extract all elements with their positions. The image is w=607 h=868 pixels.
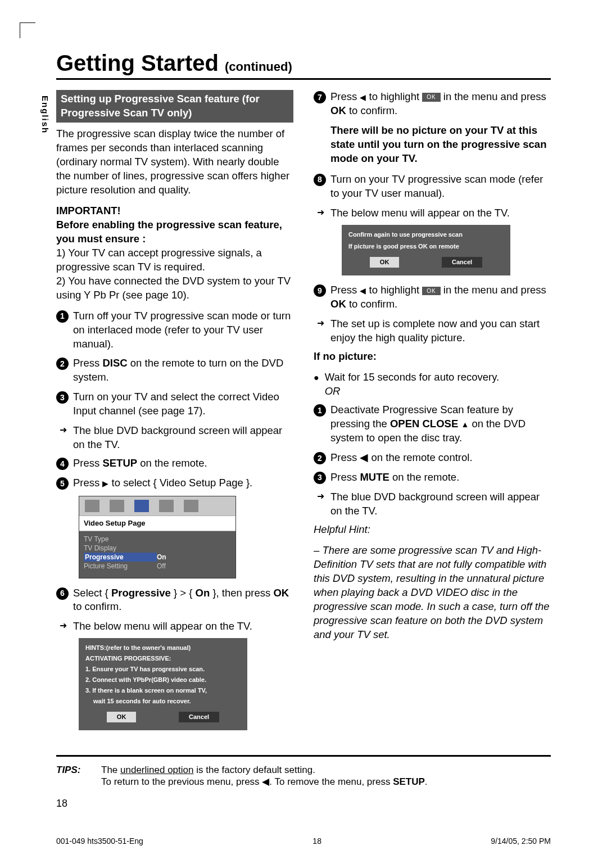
step-9-text: Press ◀ to highlight OK in the menu and … [330, 283, 551, 311]
step-num-3: 3 [56, 391, 69, 404]
step-4-text: Press SETUP on the remote. [73, 456, 293, 471]
page-title: Getting Started (continued) [56, 51, 551, 76]
step-7-text: Press ◀ to highlight OK in the menu and … [330, 90, 551, 118]
ifno-step-2: 2 Press ◀ on the remote control. [314, 451, 551, 465]
helpful-hint-body: – There are some progressive scan TV and… [314, 544, 551, 642]
if-no-picture-heading: If no picture: [314, 350, 551, 364]
activating-progressive-dialog: HINTS:(refer to the owner's manual) ACTI… [79, 638, 247, 730]
dlg1-ok: OK [107, 712, 137, 722]
ensure-1: 1) Your TV can accept progressive signal… [56, 247, 262, 273]
right-column: 7 Press ◀ to highlight OK in the menu an… [314, 90, 551, 738]
step-num-9: 9 [314, 284, 326, 297]
step-5: 5 Press ▶ to select { Video Setup Page }… [56, 476, 293, 490]
step-num-8: 8 [314, 174, 326, 186]
helpful-hint-head: Helpful Hint: [314, 523, 551, 537]
step-num-4: 4 [56, 458, 69, 470]
vs-tab-bar [79, 496, 235, 516]
ok-highlight-icon: OK [422, 93, 440, 102]
step-num-7: 7 [314, 91, 326, 103]
step-8: 8 Turn on your TV progressive scan mode … [314, 173, 551, 201]
vs-title: Video Setup Page [79, 516, 235, 531]
step-1: 1 Turn off your TV progressive scan mode… [56, 309, 293, 351]
section-heading: Setting up Progressive Scan feature (for… [56, 90, 293, 123]
video-icon [134, 500, 149, 512]
step-9-result: The set up is complete now and you can s… [314, 317, 551, 345]
tips-label: TIPS: [56, 765, 90, 788]
tips-body: The underlined option is the factory def… [101, 765, 428, 788]
confirm-progressive-dialog: Confirm again to use progressive scan If… [342, 225, 510, 276]
crop-mark [20, 22, 35, 38]
step-9: 9 Press ◀ to highlight OK in the menu an… [314, 283, 551, 311]
step-8-text: Turn on your TV progressive scan mode (r… [330, 173, 551, 201]
ensure-2: 2) You have connected the DVD system to … [56, 275, 291, 301]
no-picture-warning: There will be no picture on your TV at t… [314, 124, 551, 166]
title-continued: (continued) [225, 60, 292, 74]
important-block: IMPORTANT! Before enabling the progressi… [56, 204, 293, 302]
page-number: 18 [56, 798, 551, 810]
step-1-text: Turn off your TV progressive scan mode o… [73, 309, 293, 351]
vs-body: TV Type TV Display ProgressiveOn Picture… [79, 531, 235, 578]
footer-left: 001-049 hts3500-51-Eng [56, 837, 143, 846]
exit-icon [184, 500, 198, 512]
step-num-2: 2 [56, 358, 69, 370]
ifno-step-1: 1 Deactivate Progressive Scan feature by… [314, 403, 551, 445]
title-rule [56, 78, 551, 80]
video-setup-screenshot: Video Setup Page TV Type TV Display Prog… [79, 496, 236, 578]
language-tab: English [40, 96, 50, 134]
ifno-num-2: 2 [314, 452, 326, 464]
left-triangle-icon: ◀ [360, 286, 366, 295]
step-num-1: 1 [56, 310, 69, 323]
ifno-step-3: 3 Press MUTE on the remote. [314, 471, 551, 485]
tips-footer: TIPS: The underlined option is the facto… [56, 755, 551, 788]
important-line: Before enabling the progressive scan fea… [56, 219, 282, 245]
eject-icon: ▲ [461, 420, 469, 429]
step-8-result: The below menu will appear on the TV. [314, 206, 551, 220]
dlg1-cancel: Cancel [179, 712, 219, 722]
audio-icon [110, 500, 124, 512]
left-column: Setting up Progressive Scan feature (for… [56, 90, 293, 738]
ifno-2-text: Press ◀ on the remote control. [330, 451, 551, 465]
right-triangle-icon: ▶ [102, 479, 108, 488]
ok-highlight-icon: OK [422, 287, 440, 296]
step-2: 2 Press DISC on the remote to turn on th… [56, 356, 293, 385]
step-6-result: The below menu will appear on the TV. [56, 620, 293, 634]
step-6-text: Select { Progressive } > { On }, then pr… [73, 586, 293, 614]
tools-icon [85, 500, 99, 512]
left-triangle-icon: ◀ [360, 93, 366, 102]
step-5-text: Press ▶ to select { Video Setup Page }. [73, 476, 293, 490]
ifno-wait: Wait for 15 seconds for auto recovery. O… [314, 370, 551, 399]
important-label: IMPORTANT! [56, 205, 121, 216]
preference-icon [159, 500, 174, 512]
print-footer: 001-049 hts3500-51-Eng 18 9/14/05, 2:50 … [56, 837, 551, 846]
footer-right: 9/14/05, 2:50 PM [491, 837, 551, 846]
step-4: 4 Press SETUP on the remote. [56, 456, 293, 471]
footer-mid: 18 [312, 837, 321, 846]
step-7: 7 Press ◀ to highlight OK in the menu an… [314, 90, 551, 118]
step-2-text: Press DISC on the remote to turn on the … [73, 356, 293, 385]
ifno-num-1: 1 [314, 404, 326, 417]
dlg2-ok: OK [370, 257, 400, 268]
ifno-num-3: 3 [314, 472, 326, 484]
intro-paragraph: The progressive scan display twice the n… [56, 127, 293, 197]
step-3-text: Turn on your TV and select the correct V… [73, 390, 293, 418]
title-main: Getting Started [56, 51, 219, 75]
step-6: 6 Select { Progressive } > { On }, then … [56, 586, 293, 614]
ifno-3-result: The blue DVD background screen will appe… [314, 490, 551, 518]
dlg2-cancel: Cancel [442, 257, 482, 268]
step-3: 3 Turn on your TV and select the correct… [56, 390, 293, 418]
step-num-6: 6 [56, 587, 69, 600]
step-3-result: The blue DVD background screen will appe… [56, 424, 293, 452]
step-num-5: 5 [56, 477, 69, 490]
